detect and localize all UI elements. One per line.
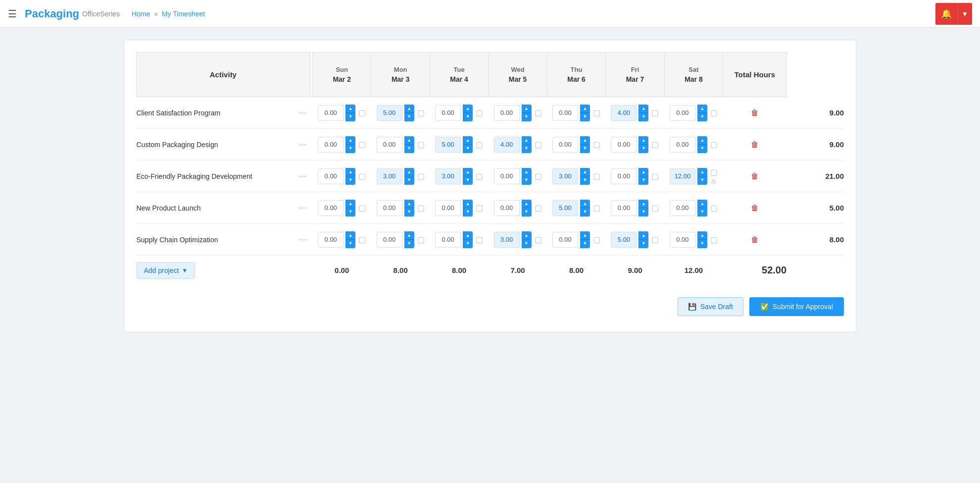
hours-input-1-2[interactable] bbox=[435, 137, 461, 153]
note-icon-4-5[interactable]: ▢ bbox=[651, 235, 659, 244]
note-icon-2-3[interactable]: ▢ bbox=[535, 171, 542, 181]
spin-up-3-3[interactable]: ▲ bbox=[522, 200, 532, 208]
spin-up-2-4[interactable]: ▲ bbox=[580, 168, 590, 176]
activity-options-button-4[interactable]: ··· bbox=[296, 234, 310, 245]
delete-row-button-2[interactable]: 🗑 bbox=[748, 172, 762, 181]
spin-down-4-1[interactable]: ▼ bbox=[404, 240, 414, 248]
hours-input-0-3[interactable] bbox=[494, 105, 520, 121]
add-project-button[interactable]: Add project ▼ bbox=[137, 262, 196, 279]
spin-up-1-2[interactable]: ▲ bbox=[463, 137, 473, 145]
spin-down-0-1[interactable]: ▼ bbox=[404, 113, 414, 121]
save-draft-button[interactable]: 💾 Save Draft bbox=[678, 297, 743, 316]
note-icon-2-1[interactable]: ▢ bbox=[417, 171, 425, 181]
spin-down-0-2[interactable]: ▼ bbox=[463, 113, 473, 121]
note-icon-0-2[interactable]: ▢ bbox=[476, 108, 483, 117]
spin-up-3-6[interactable]: ▲ bbox=[697, 200, 707, 208]
spin-down-2-6[interactable]: ▼ bbox=[697, 176, 707, 184]
note-icon-0-1[interactable]: ▢ bbox=[417, 108, 425, 117]
spin-down-2-1[interactable]: ▼ bbox=[404, 176, 414, 184]
spin-down-1-6[interactable]: ▼ bbox=[697, 145, 707, 153]
hours-input-3-0[interactable] bbox=[318, 200, 343, 216]
note-icon-3-1[interactable]: ▢ bbox=[417, 203, 425, 213]
note-icon-3-2[interactable]: ▢ bbox=[476, 203, 483, 213]
spin-up-3-2[interactable]: ▲ bbox=[463, 200, 473, 208]
hours-input-3-1[interactable] bbox=[377, 200, 402, 216]
hours-input-2-0[interactable] bbox=[318, 168, 343, 184]
spin-up-2-5[interactable]: ▲ bbox=[638, 168, 648, 176]
hours-input-3-4[interactable] bbox=[552, 200, 578, 216]
hours-input-3-6[interactable] bbox=[670, 200, 695, 216]
spin-up-2-6[interactable]: ▲ bbox=[697, 168, 707, 176]
hours-input-1-6[interactable] bbox=[670, 137, 695, 153]
spin-up-1-4[interactable]: ▲ bbox=[580, 137, 590, 145]
spin-down-3-0[interactable]: ▼ bbox=[345, 208, 355, 216]
spin-down-3-6[interactable]: ▼ bbox=[697, 208, 707, 216]
spin-up-1-6[interactable]: ▲ bbox=[697, 137, 707, 145]
spin-up-4-6[interactable]: ▲ bbox=[697, 232, 707, 240]
delete-row-button-4[interactable]: 🗑 bbox=[748, 235, 762, 244]
note-icon-0-3[interactable]: ▢ bbox=[535, 108, 542, 117]
spin-up-0-1[interactable]: ▲ bbox=[404, 105, 414, 113]
warn-icon-2-6[interactable]: ⚠ bbox=[711, 178, 716, 185]
spin-up-3-4[interactable]: ▲ bbox=[580, 200, 590, 208]
hours-input-0-2[interactable] bbox=[435, 105, 461, 121]
nav-dropdown-button[interactable]: ▼ bbox=[957, 3, 972, 25]
spin-down-0-0[interactable]: ▼ bbox=[345, 113, 355, 121]
note-icon-1-2[interactable]: ▢ bbox=[476, 140, 483, 149]
spin-down-4-0[interactable]: ▼ bbox=[345, 240, 355, 248]
hours-input-4-4[interactable] bbox=[552, 232, 578, 248]
spin-up-2-0[interactable]: ▲ bbox=[345, 168, 355, 176]
spin-down-3-1[interactable]: ▼ bbox=[404, 208, 414, 216]
note-icon-0-6[interactable]: ▢ bbox=[710, 108, 718, 117]
spin-up-0-2[interactable]: ▲ bbox=[463, 105, 473, 113]
note-icon-2-6[interactable]: ▢ bbox=[710, 167, 718, 177]
spin-up-3-1[interactable]: ▲ bbox=[404, 200, 414, 208]
spin-up-4-3[interactable]: ▲ bbox=[522, 232, 532, 240]
note-icon-4-0[interactable]: ▢ bbox=[358, 235, 366, 244]
spin-up-4-5[interactable]: ▲ bbox=[638, 232, 648, 240]
hours-input-0-0[interactable] bbox=[318, 105, 343, 121]
note-icon-4-2[interactable]: ▢ bbox=[476, 235, 483, 244]
note-icon-0-4[interactable]: ▢ bbox=[593, 108, 600, 117]
spin-up-0-3[interactable]: ▲ bbox=[522, 105, 532, 113]
spin-up-0-6[interactable]: ▲ bbox=[697, 105, 707, 113]
note-icon-3-4[interactable]: ▢ bbox=[593, 203, 600, 213]
spin-down-0-6[interactable]: ▼ bbox=[697, 113, 707, 121]
spin-up-0-4[interactable]: ▲ bbox=[580, 105, 590, 113]
spin-down-3-2[interactable]: ▼ bbox=[463, 208, 473, 216]
spin-down-2-2[interactable]: ▼ bbox=[463, 176, 473, 184]
hours-input-1-4[interactable] bbox=[552, 137, 578, 153]
activity-options-button-0[interactable]: ··· bbox=[296, 107, 310, 118]
hours-input-2-1[interactable] bbox=[377, 168, 402, 184]
hours-input-2-3[interactable] bbox=[494, 168, 520, 184]
spin-down-2-5[interactable]: ▼ bbox=[638, 176, 648, 184]
hours-input-1-1[interactable] bbox=[377, 137, 402, 153]
note-icon-2-2[interactable]: ▢ bbox=[476, 171, 483, 181]
note-icon-1-4[interactable]: ▢ bbox=[593, 140, 600, 149]
spin-down-1-2[interactable]: ▼ bbox=[463, 145, 473, 153]
spin-down-1-3[interactable]: ▼ bbox=[522, 145, 532, 153]
note-icon-0-5[interactable]: ▢ bbox=[651, 108, 659, 117]
hours-input-0-5[interactable] bbox=[611, 105, 637, 121]
hamburger-icon[interactable]: ☰ bbox=[8, 8, 17, 20]
hours-input-3-3[interactable] bbox=[494, 200, 520, 216]
spin-up-1-0[interactable]: ▲ bbox=[345, 137, 355, 145]
spin-up-0-0[interactable]: ▲ bbox=[345, 105, 355, 113]
spin-down-0-5[interactable]: ▼ bbox=[638, 113, 648, 121]
note-icon-4-6[interactable]: ▢ bbox=[710, 235, 718, 244]
spin-down-2-3[interactable]: ▼ bbox=[522, 176, 532, 184]
note-icon-3-3[interactable]: ▢ bbox=[535, 203, 542, 213]
spin-down-4-3[interactable]: ▼ bbox=[522, 240, 532, 248]
hours-input-2-4[interactable] bbox=[552, 168, 578, 184]
spin-up-2-3[interactable]: ▲ bbox=[522, 168, 532, 176]
spin-up-4-0[interactable]: ▲ bbox=[345, 232, 355, 240]
spin-down-1-1[interactable]: ▼ bbox=[404, 145, 414, 153]
delete-row-button-1[interactable]: 🗑 bbox=[748, 140, 762, 149]
spin-down-4-2[interactable]: ▼ bbox=[463, 240, 473, 248]
spin-down-4-5[interactable]: ▼ bbox=[638, 240, 648, 248]
hours-input-2-5[interactable] bbox=[611, 168, 637, 184]
note-icon-1-6[interactable]: ▢ bbox=[710, 140, 718, 149]
submit-approval-button[interactable]: ✅ Submit for Approval bbox=[749, 297, 844, 316]
note-icon-3-0[interactable]: ▢ bbox=[358, 203, 366, 213]
spin-up-1-1[interactable]: ▲ bbox=[404, 137, 414, 145]
